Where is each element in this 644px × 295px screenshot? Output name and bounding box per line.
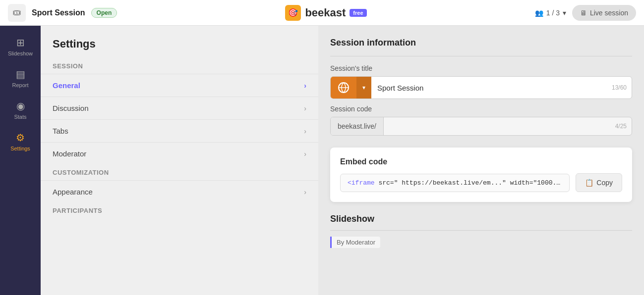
embed-code-card: Embed code <iframe src=" https://beekast… (330, 148, 632, 202)
session-info-card: Session information Session's title ▾ 13… (330, 38, 632, 136)
open-badge: Open (91, 8, 117, 18)
slideshow-divider (330, 230, 632, 231)
session-title-char-count: 13/60 (612, 84, 632, 91)
session-title-dropdown[interactable]: ▾ (356, 77, 371, 98)
session-code-prefix: beekast.live/ (331, 117, 384, 135)
copy-button[interactable]: 📋 Copy (576, 173, 622, 192)
embed-code-value: src=" https://beekast.live/em..." width=… (378, 179, 564, 187)
menu-item-label-tabs: Tabs (53, 127, 68, 135)
section-label-session: Session (41, 58, 318, 74)
sidebar-item-stats[interactable]: ◉ Stats (2, 95, 38, 125)
menu-item-label-general: General (53, 81, 80, 90)
left-panel-title: Settings (41, 38, 318, 58)
chevron-icon-tabs: › (304, 127, 306, 135)
left-panel: Settings Session General › Discussion › … (41, 26, 318, 295)
chevron-icon-general: › (304, 82, 306, 90)
section-label-customization: Customization (41, 165, 318, 180)
topbar-left: 🎟 Sport Session Open (8, 4, 117, 22)
session-code-row: beekast.live/ 4/25 (330, 117, 632, 136)
chevron-icon-discussion: › (304, 104, 306, 112)
sidebar-item-report[interactable]: ▤ Report (2, 63, 38, 93)
by-moderator-tag: By Moderator (330, 237, 380, 248)
topbar: 🎟 Sport Session Open 🎯 beekast free 👥 1 … (0, 0, 644, 26)
sidebar: ⊞ Slideshow ▤ Report ◉ Stats ⚙ Settings (0, 26, 41, 295)
right-panel: Session information Session's title ▾ 13… (318, 26, 644, 295)
free-badge: free (350, 9, 366, 17)
menu-item-label-moderator: Moderator (53, 149, 86, 158)
session-title: Sport Session (32, 8, 85, 17)
menu-item-general[interactable]: General › (41, 74, 318, 97)
session-icon: 🎟 (8, 4, 26, 22)
session-code-label: Session code (330, 105, 632, 113)
session-info-title: Session information (330, 38, 632, 48)
settings-icon: ⚙ (16, 132, 25, 144)
sidebar-item-label-stats: Stats (14, 114, 26, 120)
menu-item-label-discussion: Discussion (53, 104, 89, 112)
session-code-char-count: 4/25 (615, 123, 632, 130)
participants-count: 1 / 3 (546, 9, 560, 17)
slideshow-icon: ⊞ (16, 37, 25, 49)
chevron-icon-appearance: › (304, 188, 306, 196)
embed-code-box[interactable]: <iframe src=" https://beekast.live/em...… (340, 174, 570, 192)
copy-icon: 📋 (585, 179, 593, 187)
embed-code-title: Embed code (340, 157, 622, 166)
stats-icon: ◉ (16, 100, 25, 112)
divider-session (330, 56, 632, 56)
copy-label: Copy (596, 179, 613, 187)
session-title-sport-icon (331, 77, 356, 98)
menu-item-label-appearance: Appearance (53, 188, 93, 196)
session-code-input[interactable] (384, 117, 615, 135)
topbar-center: 🎯 beekast free (117, 5, 534, 21)
sidebar-item-label-report: Report (12, 82, 28, 88)
sidebar-item-slideshow[interactable]: ⊞ Slideshow (2, 32, 38, 61)
menu-item-appearance[interactable]: Appearance › (41, 180, 318, 203)
live-session-icon: 🖥 (580, 9, 587, 17)
participants-icon: 👥 (535, 9, 543, 17)
dropdown-chevron-icon: ▾ (362, 84, 365, 91)
slideshow-card: Slideshow By Moderator (330, 214, 632, 248)
logo-text: beekast (305, 6, 346, 19)
participants-info[interactable]: 👥 1 / 3 ▾ (535, 9, 566, 17)
live-session-button[interactable]: 🖥 Live session (572, 5, 636, 21)
sidebar-item-label-settings: Settings (10, 146, 30, 151)
main-content: ⊞ Slideshow ▤ Report ◉ Stats ⚙ Settings … (0, 26, 644, 295)
embed-code-keyword: <iframe (348, 179, 375, 187)
report-icon: ▤ (16, 68, 25, 80)
session-title-input[interactable] (371, 84, 612, 92)
embed-code-row: <iframe src=" https://beekast.live/em...… (340, 173, 622, 192)
logo-icon: 🎯 (285, 5, 301, 21)
sidebar-item-label-slideshow: Slideshow (8, 50, 33, 56)
section-label-participants: Participants (41, 203, 318, 218)
session-title-label: Session's title (330, 64, 632, 72)
chevron-icon-moderator: › (304, 150, 306, 158)
menu-item-tabs[interactable]: Tabs › (41, 119, 318, 142)
sidebar-item-settings[interactable]: ⚙ Settings (2, 127, 38, 156)
participants-chevron: ▾ (563, 9, 566, 17)
menu-item-discussion[interactable]: Discussion › (41, 97, 318, 119)
topbar-right: 👥 1 / 3 ▾ 🖥 Live session (535, 5, 636, 21)
live-session-label: Live session (590, 9, 628, 17)
slideshow-title: Slideshow (330, 214, 632, 224)
menu-item-moderator[interactable]: Moderator › (41, 142, 318, 165)
session-title-row: ▾ 13/60 (330, 76, 632, 99)
